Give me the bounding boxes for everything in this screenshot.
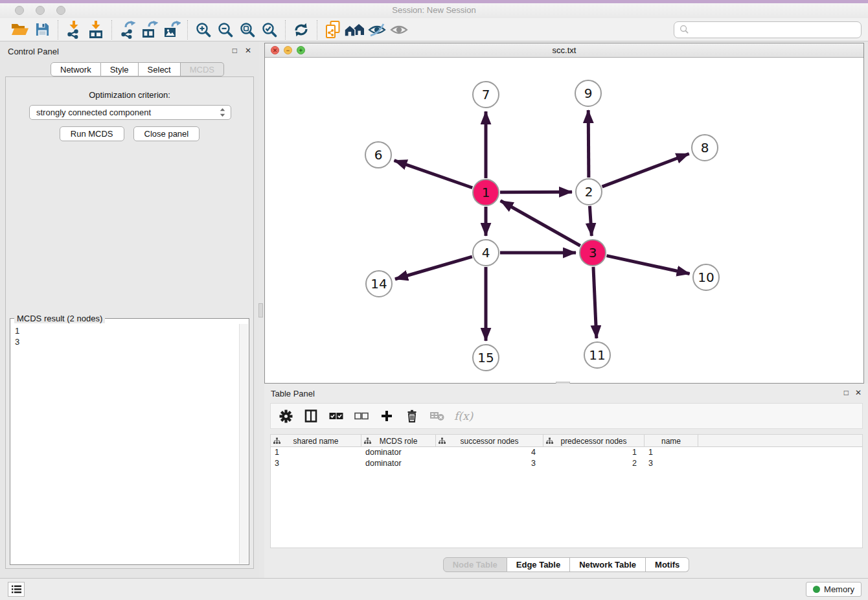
graph-node-11[interactable]: 11 — [584, 341, 611, 369]
open-session-icon[interactable] — [9, 20, 31, 40]
close-panel-icon[interactable]: ✕ — [245, 47, 251, 54]
result-item[interactable]: 1 — [15, 325, 239, 336]
cell-name[interactable]: 3 — [645, 458, 698, 469]
graph-edge-3-11[interactable] — [593, 267, 597, 338]
graph-edge-1-6[interactable] — [394, 161, 473, 188]
refresh-icon[interactable] — [290, 20, 312, 40]
tab-select[interactable]: Select — [139, 62, 181, 76]
delete-table-icon[interactable] — [429, 408, 446, 424]
memory-button[interactable]: Memory — [806, 582, 862, 597]
column-header-successor-nodes[interactable]: successor nodes — [436, 435, 543, 447]
import-network-icon[interactable] — [63, 20, 85, 40]
select-all-columns-icon[interactable] — [328, 408, 345, 424]
cell-successor-nodes[interactable]: 3 — [436, 458, 543, 469]
graph-edge-2-9[interactable] — [588, 110, 589, 178]
result-scrollbar[interactable] — [239, 324, 248, 564]
status-bar: Memory — [0, 578, 868, 600]
cell-name[interactable]: 1 — [645, 447, 698, 458]
tab-mcds[interactable]: MCDS — [181, 62, 224, 76]
graph-edge-4-14[interactable] — [395, 257, 472, 279]
search-box[interactable] — [674, 21, 862, 38]
result-item[interactable]: 3 — [15, 336, 239, 347]
network-view-window: ✕ − + scc.txt 7968124314101511 — [264, 43, 864, 384]
graph-node-1[interactable]: 1 — [472, 179, 499, 206]
column-header-predecessor-nodes[interactable]: predecessor nodes — [543, 435, 645, 447]
task-history-button[interactable] — [8, 582, 25, 597]
network-canvas[interactable]: 7968124314101511 — [265, 58, 863, 383]
network-window-title: scc.txt — [265, 45, 863, 55]
show-all-icon[interactable] — [388, 20, 410, 40]
column-settings-icon[interactable] — [277, 408, 294, 424]
delete-column-icon[interactable] — [404, 408, 420, 424]
cell-successor-nodes[interactable]: 4 — [436, 447, 543, 458]
graph-node-10[interactable]: 10 — [692, 264, 720, 291]
table-header-row: shared nameMCDS rolesuccessor nodesprede… — [271, 435, 862, 447]
column-header-shared-name[interactable]: shared name — [271, 435, 361, 447]
tab-style[interactable]: Style — [101, 62, 139, 76]
close-table-panel-icon[interactable]: ✕ — [855, 389, 862, 397]
tab-network-table[interactable]: Network Table — [570, 557, 646, 572]
graph-edge-3-10[interactable] — [606, 256, 689, 274]
memory-status-icon — [813, 586, 820, 593]
network-window-titlebar[interactable]: ✕ − + scc.txt — [265, 43, 863, 58]
graph-node-4[interactable]: 4 — [472, 239, 499, 266]
graph-node-2[interactable]: 2 — [575, 178, 602, 205]
graph-node-3[interactable]: 3 — [579, 239, 606, 266]
float-table-panel-icon[interactable]: □ — [844, 389, 849, 397]
zoom-fit-icon[interactable] — [236, 20, 258, 40]
mcds-result-list[interactable]: 13 — [11, 324, 239, 564]
create-column-icon[interactable] — [378, 408, 395, 424]
zoom-in-icon[interactable] — [192, 20, 214, 40]
table-row[interactable]: 3dominator323 — [271, 458, 862, 469]
graph-edge-2-3[interactable] — [589, 206, 591, 236]
function-builder-icon[interactable]: f(x) — [454, 410, 473, 422]
close-panel-button[interactable]: Close panel — [133, 126, 200, 141]
control-panel-title: Control Panel — [8, 47, 59, 56]
list-icon — [12, 585, 21, 594]
cell-predecessor-nodes[interactable]: 1 — [543, 447, 645, 458]
cell-mcds-role[interactable]: dominator — [361, 458, 436, 469]
graph-node-14[interactable]: 14 — [365, 270, 393, 297]
float-panel-icon[interactable]: □ — [233, 47, 237, 54]
run-mcds-button[interactable]: Run MCDS — [60, 126, 124, 141]
hide-selected-icon[interactable] — [366, 20, 388, 40]
memory-label: Memory — [824, 584, 854, 594]
column-header-name[interactable]: name — [645, 435, 698, 447]
export-image-icon[interactable] — [161, 20, 183, 40]
cell-predecessor-nodes[interactable]: 2 — [543, 458, 645, 469]
vertical-splitter-grip[interactable] — [258, 303, 263, 317]
search-input[interactable] — [689, 23, 861, 36]
tab-edge-table[interactable]: Edge Table — [507, 557, 570, 572]
table-panel-title: Table Panel — [271, 389, 315, 398]
search-icon — [680, 25, 689, 34]
tab-motifs[interactable]: Motifs — [646, 557, 689, 572]
graph-node-8[interactable]: 8 — [691, 134, 718, 161]
toolbar-separator — [111, 20, 112, 40]
graph-node-6[interactable]: 6 — [365, 141, 392, 168]
unselect-all-columns-icon[interactable] — [353, 408, 370, 424]
cell-shared-name[interactable]: 3 — [271, 458, 361, 469]
import-table-icon[interactable] — [85, 20, 107, 40]
graph-edge-2-8[interactable] — [602, 154, 689, 187]
show-column-icon[interactable] — [303, 408, 319, 424]
save-session-icon[interactable] — [31, 20, 53, 40]
cell-shared-name[interactable]: 1 — [271, 447, 361, 458]
graph-edge-3-1[interactable] — [501, 201, 580, 246]
cell-mcds-role[interactable]: dominator — [361, 447, 436, 458]
tab-node-table[interactable]: Node Table — [443, 557, 507, 572]
first-neighbors-icon[interactable] — [344, 20, 366, 40]
graph-edge-1-2[interactable] — [500, 192, 572, 192]
graph-node-9[interactable]: 9 — [575, 80, 602, 107]
criterion-dropdown[interactable]: strongly connected component — [29, 105, 231, 120]
export-table-icon[interactable] — [139, 20, 161, 40]
column-header-mcds-role[interactable]: MCDS role — [361, 435, 436, 447]
graph-node-15[interactable]: 15 — [472, 344, 499, 371]
table-row[interactable]: 1dominator411 — [271, 447, 862, 458]
export-network-icon[interactable] — [117, 20, 139, 40]
zoom-out-icon[interactable] — [214, 20, 236, 40]
graph-node-7[interactable]: 7 — [472, 81, 499, 108]
clone-network-icon[interactable] — [322, 20, 344, 40]
zoom-selected-icon[interactable] — [258, 20, 280, 40]
toolbar-separator — [317, 20, 317, 40]
tab-network[interactable]: Network — [51, 62, 101, 76]
